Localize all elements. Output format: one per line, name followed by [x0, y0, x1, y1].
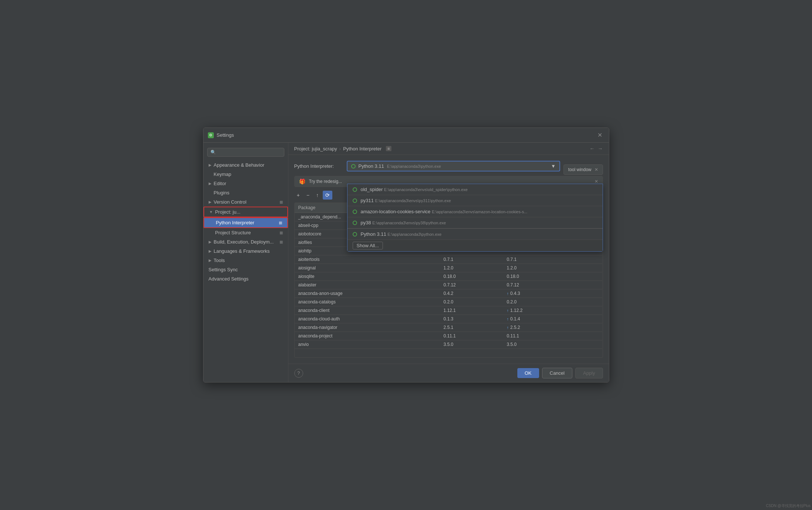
chevron-right-icon: ▶: [209, 163, 212, 167]
upgrade-icon: ↑: [507, 325, 509, 330]
build-icon: ▦: [280, 240, 283, 244]
title-bar: ⚙ Settings ✕: [203, 128, 609, 143]
item-name: py38: [361, 220, 373, 225]
breadcrumb-project: Project: jujia_scrapy: [294, 146, 337, 152]
breadcrumb-separator: ›: [339, 146, 341, 152]
dialog-title: Settings: [217, 132, 234, 138]
content-wrapper: tool window ✕ Python Interpreter: Python…: [294, 161, 603, 358]
sidebar-item-editor[interactable]: ▶ Editor: [203, 179, 288, 188]
sidebar-item-project[interactable]: ▼ Project: ju...: [203, 207, 288, 217]
add-package-button[interactable]: +: [294, 191, 302, 200]
interpreter-selected-name: Python 3.11: [359, 163, 384, 169]
table-row: anaconda-anon-usage0.4.2↑0.4.3: [295, 289, 603, 298]
sidebar-item-python-interpreter[interactable]: Python Interpreter ▦: [203, 217, 288, 228]
ok-button[interactable]: OK: [517, 368, 539, 378]
upgrade-icon: ↑: [507, 291, 509, 296]
package-name: anaconda-cloud-auth: [295, 315, 440, 323]
status-icon: [353, 210, 357, 214]
ps-icon: ▦: [280, 231, 283, 235]
package-name: anaconda-catalogs: [295, 298, 440, 306]
package-version: 2.5.1: [440, 323, 503, 332]
cancel-button[interactable]: Cancel: [542, 368, 572, 378]
sidebar-item-label: Version Control: [214, 199, 247, 205]
package-latest: 0.7.1: [503, 255, 602, 264]
close-button[interactable]: ✕: [595, 131, 604, 139]
sidebar-item-plugins[interactable]: Plugins: [203, 188, 288, 197]
package-version: 0.1.3: [440, 315, 503, 323]
update-package-button[interactable]: ↑: [314, 191, 321, 200]
sidebar-item-label: Python Interpreter: [216, 220, 254, 225]
package-latest: 0.11.1: [503, 332, 602, 340]
package-version: 3.5.0: [440, 340, 503, 349]
package-name: aiosqlite: [295, 272, 440, 281]
sidebar-item-label: Languages & Frameworks: [214, 248, 270, 254]
package-version: 0.7.12: [440, 281, 503, 289]
toast-close-button[interactable]: ✕: [595, 167, 598, 172]
sidebar-item-appearance[interactable]: ▶ Appearance & Behavior: [203, 160, 288, 170]
dropdown-item-amazon[interactable]: amazon-location-cookies-service E:\app\a…: [347, 206, 603, 217]
package-latest: ↑2.5.2: [503, 323, 602, 332]
package-name: anaconda-navigator: [295, 323, 440, 332]
status-icon: [353, 198, 357, 203]
main-content: Project: jujia_scrapy › Python Interpret…: [288, 143, 609, 382]
sidebar: 🔍 ▶ Appearance & Behavior Keymap ▶ Edito…: [203, 143, 288, 382]
sidebar-item-advanced-settings[interactable]: Advanced Settings: [203, 274, 288, 283]
interpreter-dropdown[interactable]: Python 3.11 E:\app\anaconda3\python.exe …: [347, 161, 560, 171]
table-row: anaconda-client1.12.1↑1.12.2: [295, 306, 603, 315]
table-row: anaconda-catalogs0.2.00.2.0: [295, 298, 603, 306]
tool-window-toast: tool window ✕: [563, 164, 603, 175]
item-path: E:\app\anaconda3\envs\old_spider\python.…: [384, 187, 467, 192]
help-button[interactable]: ?: [294, 369, 303, 378]
sidebar-item-label: Advanced Settings: [209, 276, 249, 282]
dropdown-item-py38[interactable]: py38 E:\app\anaconda3\envs\py38\python.e…: [347, 217, 603, 228]
item-name: py311: [361, 198, 375, 203]
notification-close-button[interactable]: ✕: [595, 179, 598, 184]
dropdown-item-old-spider[interactable]: old_spider E:\app\anaconda3\envs\old_spi…: [347, 184, 603, 195]
status-icon: [353, 232, 357, 237]
upgrade-icon: ↑: [507, 317, 509, 321]
sidebar-item-keymap[interactable]: Keymap: [203, 170, 288, 179]
table-row: aiosignal1.2.01.2.0: [295, 264, 603, 272]
dropdown-item-py311[interactable]: py311 E:\app\anaconda3\envs\py311\python…: [347, 195, 603, 206]
chevron-down-icon: ▼: [209, 210, 213, 214]
apply-button[interactable]: Apply: [575, 368, 603, 378]
package-name: anaconda-anon-usage: [295, 289, 440, 298]
show-all-button[interactable]: Show All...: [347, 240, 603, 251]
sidebar-item-build[interactable]: ▶ Build, Execution, Deploym... ▦: [203, 237, 288, 246]
interpreter-status-icon: [351, 164, 356, 169]
nav-forward-button[interactable]: →: [598, 146, 603, 152]
interpreter-row: Python Interpreter: Python 3.11 E:\app\a…: [294, 161, 603, 171]
package-latest: 0.2.0: [503, 298, 602, 306]
item-path: E:\app\anaconda3\envs\amazon-location-co…: [432, 210, 527, 214]
sidebar-item-tools[interactable]: ▶ Tools: [203, 256, 288, 265]
package-name: anaconda-client: [295, 306, 440, 315]
table-row: alabaster0.7.120.7.12: [295, 281, 603, 289]
table-row: anaconda-project0.11.10.11.1: [295, 332, 603, 340]
chevron-right-icon: ▶: [209, 181, 212, 186]
dropdown-item-python311[interactable]: Python 3.11 E:\app\anaconda3\python.exe: [347, 228, 603, 240]
upgrade-icon: ↑: [507, 308, 509, 313]
sidebar-item-label: Appearance & Behavior: [214, 162, 264, 168]
package-latest: 1.2.0: [503, 264, 602, 272]
breadcrumb-icon: ≡: [386, 146, 391, 151]
nav-back-button[interactable]: ←: [590, 146, 595, 152]
sidebar-item-settings-sync[interactable]: Settings Sync: [203, 265, 288, 274]
table-row: anvio3.5.03.5.0: [295, 340, 603, 349]
table-row: aiosqlite0.18.00.18.0: [295, 272, 603, 281]
sidebar-item-label: Tools: [214, 258, 225, 263]
refresh-button[interactable]: ⟳: [323, 191, 332, 200]
dialog-footer: ? OK Cancel Apply: [288, 364, 609, 382]
sidebar-item-project-structure[interactable]: Project Structure ▦: [203, 228, 288, 237]
package-latest: 3.5.0: [503, 340, 602, 349]
package-version: 0.18.0: [440, 272, 503, 281]
notification-text: Try the redesig...: [309, 179, 342, 184]
remove-package-button[interactable]: −: [304, 191, 312, 200]
sidebar-item-vcs[interactable]: ▶ Version Control ▦: [203, 197, 288, 207]
settings-dialog: ⚙ Settings ✕ 🔍 ▶ Appearance & Behavior K…: [203, 127, 609, 382]
package-version: 1.12.1: [440, 306, 503, 315]
search-input[interactable]: [217, 150, 281, 155]
search-box[interactable]: 🔍: [207, 148, 284, 157]
package-name: aiosignal: [295, 264, 440, 272]
sidebar-item-languages[interactable]: ▶ Languages & Frameworks: [203, 246, 288, 256]
nav-arrows: ← →: [590, 146, 603, 152]
